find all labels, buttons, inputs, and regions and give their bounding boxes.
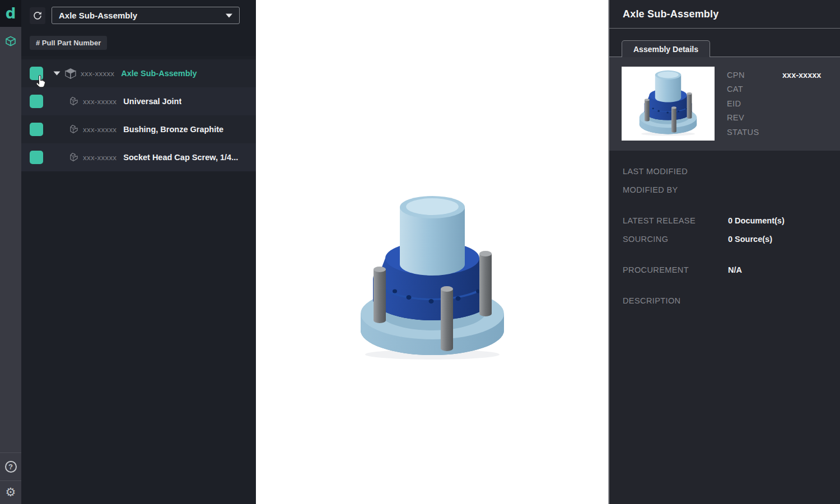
details-header: Axle Sub-Assembly	[609, 0, 840, 29]
app-logo[interactable]: d	[0, 0, 21, 27]
app-logo-letter: d	[6, 5, 16, 22]
sidebar-topbar: Axle Sub-Assembly # Pull Part Number	[21, 0, 256, 56]
part-number: xxx-xxxxx	[83, 125, 116, 134]
assembly-tree: xxx-xxxxx Axle Sub-Assembly xxx-xxxxx Un…	[21, 59, 256, 171]
settings-button[interactable]: ⚙	[0, 480, 21, 504]
field-label: CAT	[727, 85, 782, 94]
part-number: xxx-xxxxx	[83, 97, 116, 106]
field-sourcing: SOURCING 0 Source(s)	[623, 235, 827, 244]
3d-viewport[interactable]	[256, 0, 608, 504]
tree-row-part[interactable]: xxx-xxxxx Socket Head Cap Screw, 1/4...	[21, 143, 256, 171]
details-tabs: Assembly Details	[609, 29, 840, 57]
field-cat: CAT	[727, 82, 828, 97]
part-number: xxx-xxxxx	[83, 153, 116, 162]
part-block-icon	[68, 152, 80, 163]
field-eid: EID	[727, 96, 828, 111]
details-panel: Axle Sub-Assembly Assembly Details CPN x…	[608, 0, 840, 504]
field-modified-by: MODIFIED BY	[623, 185, 827, 195]
assembly-cube-icon	[64, 67, 77, 80]
part-name[interactable]: Universal Joint	[123, 97, 181, 106]
field-status: STATUS	[727, 125, 828, 139]
app-rail: d ? ⚙	[0, 0, 21, 504]
assembly-dropdown[interactable]: Axle Sub-Assembly	[52, 7, 240, 24]
field-label: PROCUREMENT	[623, 265, 728, 275]
field-value: 0 Document(s)	[728, 216, 785, 226]
gear-icon: ⚙	[6, 487, 16, 498]
part-block-icon	[68, 96, 80, 107]
field-label: LATEST RELEASE	[623, 216, 728, 226]
row-checkbox[interactable]	[30, 151, 43, 164]
tree-row-part[interactable]: xxx-xxxxx Bushing, Bronze Graphite	[21, 115, 256, 143]
field-last-modified: LAST MODIFIED	[623, 167, 827, 176]
refresh-button[interactable]	[30, 7, 45, 24]
row-checkbox[interactable]	[30, 95, 43, 108]
field-cpn: CPN xxx-xxxxx	[727, 68, 828, 82]
part-name[interactable]: Axle Sub-Assembly	[121, 69, 197, 78]
row-checkbox[interactable]	[30, 123, 43, 136]
assembly-dropdown-value: Axle Sub-Assembly	[59, 11, 137, 20]
details-title: Axle Sub-Assembly	[623, 8, 718, 20]
field-rev: REV	[727, 111, 828, 125]
tree-row-part[interactable]: xxx-xxxxx Universal Joint	[21, 87, 256, 115]
pull-part-number-button[interactable]: # Pull Part Number	[30, 36, 107, 50]
field-label: MODIFIED BY	[623, 185, 728, 195]
axle-sub-assembly-model[interactable]	[348, 195, 516, 363]
field-latest-release: LATEST RELEASE 0 Document(s)	[623, 216, 827, 226]
field-label: DESCRIPTION	[623, 296, 728, 306]
row-checkbox[interactable]	[30, 67, 43, 80]
rail-nav-components[interactable]	[0, 27, 21, 56]
field-value: xxx-xxxxx	[782, 71, 821, 80]
field-label: REV	[727, 113, 782, 122]
tab-assembly-details[interactable]: Assembly Details	[622, 40, 710, 57]
field-value: 0 Source(s)	[728, 235, 772, 244]
field-label: SOURCING	[623, 235, 728, 244]
part-name[interactable]: Socket Head Cap Screw, 1/4...	[123, 153, 238, 162]
expand-caret-icon[interactable]	[53, 71, 60, 76]
help-icon: ?	[5, 461, 17, 473]
help-button[interactable]: ?	[0, 452, 21, 480]
assembly-details-card: CPN xxx-xxxxx CAT EID REV STATUS	[609, 57, 840, 151]
chevron-down-icon	[226, 13, 232, 18]
field-description: DESCRIPTION	[623, 296, 827, 306]
field-procurement: PROCUREMENT N/A	[623, 265, 827, 275]
details-meta: LAST MODIFIED MODIFIED BY LATEST RELEASE…	[609, 167, 840, 306]
tree-row-assembly[interactable]: xxx-xxxxx Axle Sub-Assembly	[21, 59, 256, 87]
part-block-icon	[68, 124, 80, 135]
refresh-icon	[32, 11, 43, 21]
field-label: STATUS	[727, 128, 782, 137]
field-label: CPN	[727, 71, 782, 80]
assembly-sidebar: Axle Sub-Assembly # Pull Part Number	[21, 0, 256, 504]
field-label: EID	[727, 99, 782, 108]
part-name[interactable]: Bushing, Bronze Graphite	[123, 125, 223, 134]
model-thumbnail[interactable]	[622, 67, 715, 141]
components-cube-icon	[4, 35, 17, 48]
field-label: LAST MODIFIED	[623, 167, 728, 176]
part-number: xxx-xxxxx	[81, 69, 114, 78]
field-value: N/A	[728, 265, 742, 275]
